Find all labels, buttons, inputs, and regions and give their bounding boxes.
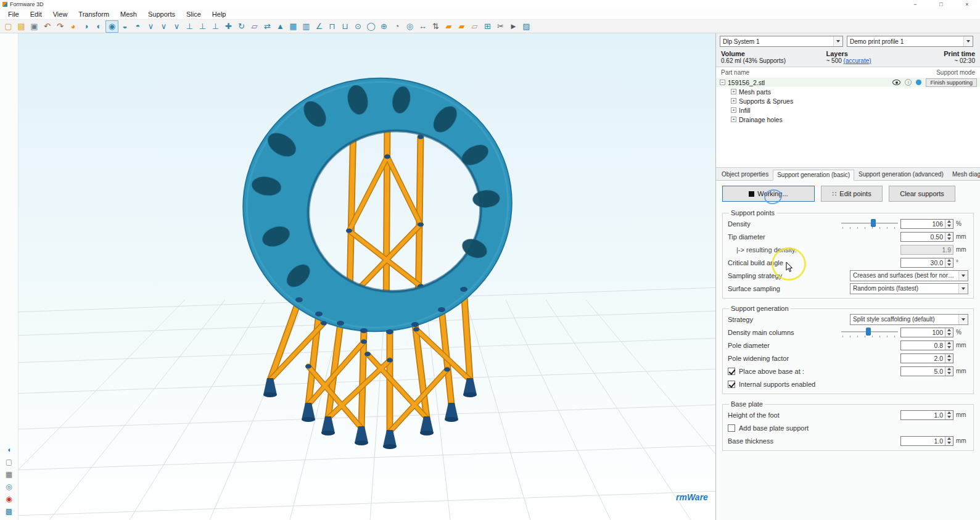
internal-supports-checkbox[interactable] (728, 381, 735, 388)
render-mode-teal3-icon[interactable]: ◒ (118, 20, 131, 33)
tree-item-supports-sprues[interactable]: + Supports & Sprues (716, 96, 980, 105)
tree-item-drainage-holes[interactable]: + Drainage holes (716, 115, 980, 124)
minimize-button[interactable]: − (902, 0, 928, 9)
sampling-strategy-select[interactable]: Creases and surfaces (best for normal mo… (850, 270, 968, 281)
strategy-select[interactable]: Split style scaffolding (default) (850, 314, 968, 325)
support-point-delete-icon[interactable]: ∨ (170, 20, 183, 33)
view-cube-icon[interactable]: ◖ (4, 445, 15, 455)
density-main-columns-input[interactable]: 100 (900, 328, 953, 337)
place-above-base-checkbox[interactable] (728, 368, 735, 375)
tip-diameter-input[interactable]: 0.50 (900, 232, 953, 242)
move-tool-icon[interactable]: ✚ (222, 20, 235, 33)
render-mode-teal-icon[interactable]: ◑ (80, 20, 93, 33)
drop-to-platform-icon[interactable]: ⊥ (183, 20, 196, 33)
pole-diameter-input[interactable]: 0.8 (900, 340, 953, 350)
render-mode-teal2-icon[interactable]: ◐ (93, 20, 105, 33)
base-thickness-input[interactable]: 1.0 (900, 436, 953, 446)
collision-icon[interactable]: ◉ (4, 494, 15, 504)
spinner-icon[interactable] (945, 367, 953, 376)
show-model-icon[interactable]: ◎ (4, 482, 15, 492)
render-mode-teal4-icon[interactable]: ◓ (131, 20, 144, 33)
spinner-icon[interactable] (945, 328, 953, 337)
orient-tool-icon[interactable]: ◎ (403, 20, 416, 33)
menu-transform[interactable]: Transform (73, 10, 115, 18)
tree-expand-icon[interactable]: + (731, 89, 736, 94)
array-tool-icon[interactable]: ▥ (300, 20, 313, 33)
clip-plane-icon[interactable]: ▢ (4, 457, 15, 467)
add-base-plate-checkbox[interactable] (728, 424, 735, 432)
cut-tool-icon[interactable]: ✂ (494, 20, 507, 33)
edit-points-button[interactable]: ∷ Edit points (821, 186, 883, 202)
print-profile-select[interactable]: Demo print profile 1 (847, 36, 973, 47)
menu-help[interactable]: Help (207, 10, 232, 18)
undo-icon[interactable]: ↶ (41, 20, 54, 33)
menu-supports[interactable]: Supports (142, 10, 181, 18)
place-above-base-input[interactable]: 5.0 (900, 366, 953, 376)
viewport-3d[interactable]: rmWare (19, 33, 715, 520)
hollow-tool-icon[interactable]: ◯ (364, 20, 377, 33)
new-file-icon[interactable]: ▢ (2, 20, 15, 33)
anchor-tool-icon[interactable]: ⊞ (481, 20, 494, 33)
menu-edit[interactable]: Edit (25, 10, 47, 18)
tree-expand-icon[interactable]: + (731, 107, 736, 113)
pole-widening-factor-input[interactable]: 2.0 (900, 353, 953, 363)
slider-thumb[interactable] (866, 328, 871, 336)
redo-icon[interactable]: ↷ (54, 20, 67, 33)
spinner-icon[interactable] (945, 411, 953, 419)
spinner-icon[interactable] (945, 437, 953, 445)
tree-expand-icon[interactable]: + (731, 117, 736, 122)
status-dot-icon[interactable] (916, 80, 921, 85)
foot-height-input[interactable]: 1.0 (900, 410, 953, 420)
resize-h-icon[interactable]: ↔ (416, 20, 429, 33)
density-input[interactable]: 106 (900, 219, 953, 229)
accurate-link[interactable]: (accurate) (844, 57, 871, 64)
edit-notes-icon[interactable]: ▨ (520, 20, 533, 33)
tab-support-generation-basic[interactable]: Support generation (basic) (773, 170, 854, 181)
resize-v-icon[interactable]: ⇅ (429, 20, 442, 33)
surface-sampling-select[interactable]: Random points (fastest) (850, 283, 968, 294)
titlebar[interactable]: Formware 3D − □ × (0, 0, 980, 9)
critical-build-angle-input[interactable]: 30.0 (900, 258, 953, 268)
slice-view-icon[interactable]: ◔ (390, 20, 403, 33)
menu-view[interactable]: View (47, 10, 73, 18)
render-mode-active-icon[interactable]: ◉ (105, 20, 118, 33)
menu-slice[interactable]: Slice (181, 10, 207, 18)
align-bottom-icon[interactable]: ⊥ (196, 20, 209, 33)
density-main-columns-slider[interactable] (841, 328, 898, 337)
spinner-icon[interactable] (945, 220, 953, 228)
mirror-tool-icon[interactable]: ⇄ (261, 20, 274, 33)
spinner-icon[interactable] (945, 233, 953, 241)
render-mode-orange-icon[interactable]: ◕ (67, 20, 80, 33)
printer-select[interactable]: Dlp System 1 (720, 36, 843, 47)
center-on-platform-icon[interactable]: ⊥ (209, 20, 222, 33)
save-icon[interactable]: ▣ (28, 20, 41, 33)
magnifier-icon[interactable]: ⊙ (352, 20, 364, 33)
slider-thumb[interactable] (871, 219, 876, 227)
wall-thickness-icon[interactable]: ▱ (468, 20, 481, 33)
rotate-tool-icon[interactable]: ↻ (235, 20, 248, 33)
open-folder-icon[interactable]: ▤ (15, 20, 28, 33)
scale-tool-icon[interactable]: ▱ (248, 20, 261, 33)
tab-mesh-diagnosis[interactable]: Mesh diagnosis (948, 169, 980, 180)
tree-item-infill[interactable]: + Infill (716, 105, 980, 115)
finish-supporting-button[interactable]: Finish supporting (926, 78, 977, 87)
menu-file[interactable]: File (2, 10, 25, 18)
clear-supports-button[interactable]: Clear supports (889, 186, 955, 202)
duplicate-grid-icon[interactable]: ▦ (287, 20, 300, 33)
close-button[interactable]: × (954, 0, 980, 9)
bridge-tool-2-icon[interactable]: ⊔ (339, 20, 352, 33)
spinner-icon[interactable] (945, 341, 953, 350)
maximize-button[interactable]: □ (928, 0, 954, 9)
tree-item-root[interactable]: − 159156_2.stl i Finish supporting (716, 78, 980, 87)
support-point-add-icon[interactable]: ∨ (157, 20, 170, 33)
level-tool-icon[interactable]: ▰ (455, 20, 468, 33)
tab-support-generation-advanced[interactable]: Support generation (advanced) (854, 169, 948, 180)
visibility-eye-icon[interactable] (892, 80, 900, 85)
tab-object-properties[interactable]: Object properties (717, 169, 773, 180)
platform-icon[interactable]: ▩ (4, 506, 15, 516)
tree-item-mesh-parts[interactable]: + Mesh parts (716, 87, 980, 96)
boolean-tool-icon[interactable]: ⊕ (377, 20, 390, 33)
measure-tool-icon[interactable]: ∠ (313, 20, 326, 33)
bridge-tool-icon[interactable]: ⊓ (326, 20, 339, 33)
tree-expand-icon[interactable]: + (731, 98, 736, 104)
